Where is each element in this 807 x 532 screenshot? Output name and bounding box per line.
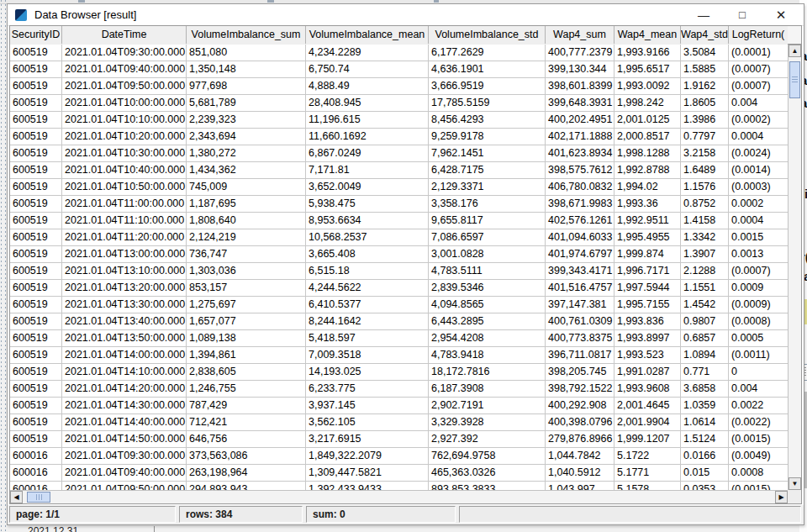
table-cell[interactable]: 0.0004 <box>729 213 788 229</box>
table-cell[interactable]: 399,648.3931 <box>546 95 614 112</box>
column-header-volumeimbalance-std[interactable]: VolumeImbalance_std <box>429 26 546 44</box>
table-cell[interactable]: 1,995.7155 <box>614 297 681 313</box>
table-cell[interactable]: 1.3907 <box>681 246 729 263</box>
table-cell[interactable]: 646,756 <box>187 431 306 448</box>
table-cell[interactable]: 0.0015 <box>729 229 788 246</box>
table-cell[interactable]: 1.4542 <box>681 297 729 313</box>
table-cell[interactable]: 0.0008 <box>729 465 788 482</box>
table-cell[interactable]: 3.2158 <box>681 145 729 162</box>
table-cell[interactable]: 600519 <box>10 347 62 364</box>
table-cell[interactable]: 600519 <box>10 263 62 280</box>
table-cell[interactable]: 1.0614 <box>681 414 729 431</box>
table-cell[interactable]: 18,172.7816 <box>429 364 546 381</box>
table-cell[interactable]: 1,275,697 <box>187 297 306 313</box>
table-cell[interactable]: 736,747 <box>187 246 306 263</box>
table-cell[interactable]: 7,086.6597 <box>429 229 546 246</box>
table-cell[interactable]: 0.7797 <box>681 129 729 145</box>
table-cell[interactable]: 0.6857 <box>681 330 729 347</box>
table-cell[interactable]: 2021.01.04T14:50:00.000 <box>62 431 187 448</box>
table-cell[interactable]: 0.8752 <box>681 196 729 213</box>
table-cell[interactable]: (0.0009) <box>729 297 788 313</box>
table-cell[interactable]: 1,994.02 <box>614 179 681 196</box>
table-cell[interactable]: 399,343.4171 <box>546 263 614 280</box>
table-cell[interactable]: 3,666.9519 <box>429 78 546 95</box>
table-cell[interactable]: 1,993.36 <box>614 196 681 213</box>
table-cell[interactable]: 0.0004 <box>729 129 788 145</box>
table-cell[interactable]: 2,343,694 <box>187 129 306 145</box>
table-cell[interactable]: 600519 <box>10 95 62 112</box>
table-cell[interactable]: 2021.01.04T10:30:00.000 <box>62 145 187 162</box>
table-cell[interactable]: 6,428.7175 <box>429 162 546 179</box>
table-cell[interactable]: 1.0894 <box>681 347 729 364</box>
table-cell[interactable]: 1,998.242 <box>614 95 681 112</box>
table-cell[interactable]: 1,993.9608 <box>614 381 681 398</box>
table-cell[interactable]: 7,962.1451 <box>429 145 546 162</box>
table-cell[interactable]: 28,408.945 <box>306 95 429 112</box>
table-cell[interactable]: 2021.01.04T14:00:00.000 <box>62 347 187 364</box>
table-cell[interactable]: 600519 <box>10 61 62 78</box>
column-header-logreturn-[interactable]: LogReturn( <box>729 26 788 44</box>
vertical-scroll-thumb[interactable] <box>789 61 800 98</box>
table-cell[interactable]: (0.0015) <box>729 431 788 448</box>
table-cell[interactable]: 600519 <box>10 213 62 229</box>
table-cell[interactable]: 2021.01.04T10:10:00.000 <box>62 112 187 129</box>
table-cell[interactable]: 2,839.5346 <box>429 280 546 297</box>
table-cell[interactable]: 2021.01.04T10:00:00.000 <box>62 95 187 112</box>
table-cell[interactable]: 0.9807 <box>681 313 729 330</box>
table-cell[interactable]: 2021.01.04T09:30:00.000 <box>62 45 187 61</box>
table-cell[interactable]: 11,660.1692 <box>306 129 429 145</box>
column-header-wap4-std[interactable]: Wap4_std <box>681 26 729 44</box>
table-cell[interactable]: 2,239,323 <box>187 112 306 129</box>
table-cell[interactable]: 1,995.6517 <box>614 61 681 78</box>
table-cell[interactable]: 2021.01.04T09:30:00.000 <box>62 448 187 465</box>
table-cell[interactable]: 1.1551 <box>681 280 729 297</box>
table-cell[interactable]: (0.0003) <box>729 179 788 196</box>
column-header-securityid[interactable]: SecurityID <box>10 26 62 44</box>
table-cell[interactable]: (0.0008) <box>729 313 788 330</box>
table-cell[interactable]: 2021.01.04T13:20:00.000 <box>62 280 187 297</box>
table-cell[interactable]: 8,244.1642 <box>306 313 429 330</box>
table-cell[interactable]: 1,999.1207 <box>614 431 681 448</box>
table-cell[interactable]: 600519 <box>10 45 62 61</box>
table-cell[interactable]: 853,157 <box>187 280 306 297</box>
table-cell[interactable]: 373,563,086 <box>187 448 306 465</box>
table-cell[interactable]: 600519 <box>10 431 62 448</box>
table-cell[interactable]: 1,434,362 <box>187 162 306 179</box>
table-cell[interactable]: 600519 <box>10 78 62 95</box>
table-cell[interactable]: 5,418.597 <box>306 330 429 347</box>
table-cell[interactable]: 0.0002 <box>729 196 788 213</box>
table-cell[interactable]: 3,329.3928 <box>429 414 546 431</box>
table-cell[interactable]: 8,456.4293 <box>429 112 546 129</box>
table-cell[interactable]: 2021.01.04T13:10:00.000 <box>62 263 187 280</box>
table-cell[interactable]: 600519 <box>10 229 62 246</box>
table-cell[interactable]: 9,655.8117 <box>429 213 546 229</box>
table-cell[interactable]: 396,711.0817 <box>546 347 614 364</box>
table-cell[interactable]: 2,927.392 <box>429 431 546 448</box>
table-cell[interactable]: 9,259.9178 <box>429 129 546 145</box>
table-cell[interactable]: 600519 <box>10 162 62 179</box>
table-cell[interactable]: 400,777.2379 <box>546 45 614 61</box>
table-cell[interactable]: 1,999.874 <box>614 246 681 263</box>
table-cell[interactable]: 402,171.1888 <box>546 129 614 145</box>
table-cell[interactable]: 0 <box>729 364 788 381</box>
table-cell[interactable]: 6,233.775 <box>306 381 429 398</box>
table-cell[interactable]: 1,993.523 <box>614 347 681 364</box>
table-cell[interactable]: 1,993.9166 <box>614 45 681 61</box>
table-cell[interactable]: 398,792.1522 <box>546 381 614 398</box>
table-cell[interactable]: 398,205.745 <box>546 364 614 381</box>
table-cell[interactable]: 2,001.4645 <box>614 398 681 414</box>
table-cell[interactable]: 400,773.8375 <box>546 330 614 347</box>
table-cell[interactable]: 1,380,272 <box>187 145 306 162</box>
table-cell[interactable]: (0.0011) <box>729 347 788 364</box>
column-header-wap4-mean[interactable]: Wap4_mean <box>614 26 681 44</box>
table-cell[interactable]: 3.6858 <box>681 381 729 398</box>
table-cell[interactable]: 17,785.5159 <box>429 95 546 112</box>
table-cell[interactable]: 2021.01.04T14:20:00.000 <box>62 381 187 398</box>
table-cell[interactable]: 1,997.5944 <box>614 280 681 297</box>
table-cell[interactable]: 600016 <box>10 465 62 482</box>
table-cell[interactable]: 600519 <box>10 398 62 414</box>
table-cell[interactable]: 3,665.408 <box>306 246 429 263</box>
table-cell[interactable]: 0.0005 <box>729 330 788 347</box>
table-cell[interactable]: 398,575.7612 <box>546 162 614 179</box>
table-cell[interactable]: 4,636.1901 <box>429 61 546 78</box>
